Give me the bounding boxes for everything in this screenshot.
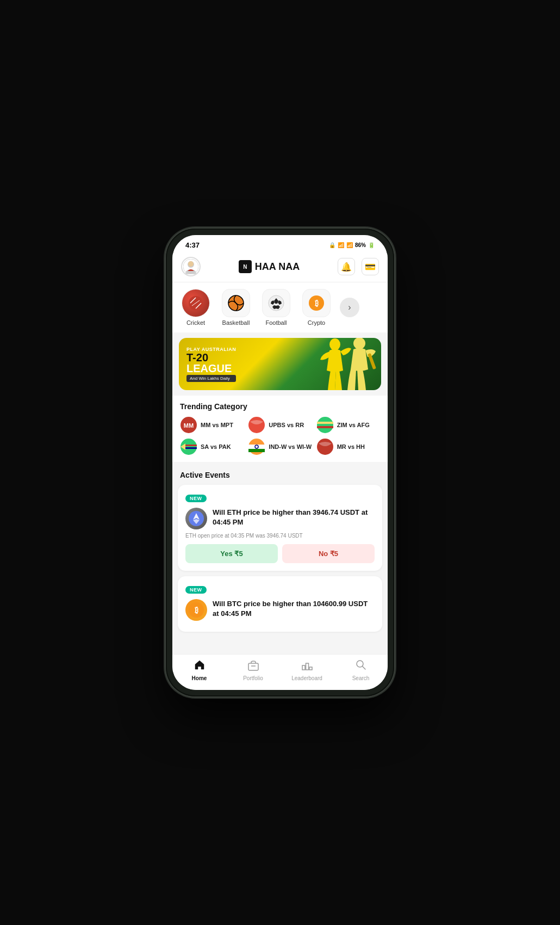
status-bar: 4:37 🔒 📶 📶 86% 🔋 xyxy=(172,235,388,252)
scroll-content[interactable]: Cricket Basketball xyxy=(172,282,388,654)
svg-point-20 xyxy=(248,417,265,433)
battery-text: 86% xyxy=(355,242,366,248)
football-label: Football xyxy=(265,319,287,326)
active-events-section: Active Events NEW Will ETH price be high… xyxy=(172,462,388,636)
app-logo: N HAA NAA xyxy=(239,260,300,273)
svg-rect-22 xyxy=(317,422,333,424)
svg-point-15 xyxy=(329,338,340,350)
battery-icon: 🔋 xyxy=(368,242,375,248)
home-icon xyxy=(194,659,206,674)
leaderboard-label: Leaderboard xyxy=(291,675,322,681)
category-basketball[interactable]: Basketball xyxy=(217,289,255,326)
category-football[interactable]: Football xyxy=(257,289,295,326)
avatar[interactable] xyxy=(181,257,201,276)
svg-rect-37 xyxy=(248,663,258,670)
svg-rect-29 xyxy=(248,449,265,452)
bell-icon: 🔔 xyxy=(341,262,352,272)
eth-no-button[interactable]: No ₹5 xyxy=(282,544,375,563)
tab-portfolio[interactable]: Portfolio xyxy=(237,659,270,681)
signal-icon: 📶 xyxy=(346,242,353,248)
basketball-icon xyxy=(222,289,250,317)
eth-question: Will ETH price be higher than 3946.74 US… xyxy=(213,508,375,527)
home-label: Home xyxy=(192,675,207,681)
promo-banner[interactable]: PLAY AUSTRALIAN T-20 LEAGUE And Win Lakh… xyxy=(179,338,381,390)
logo-icon: N xyxy=(239,260,252,273)
banner-illustration xyxy=(305,338,381,390)
banner-subtitle: And Win Lakhs Daily xyxy=(186,375,236,382)
trend-flag-mr xyxy=(316,438,334,455)
trend-label-sa: SA vs PAK xyxy=(201,443,231,450)
basketball-label: Basketball xyxy=(222,319,250,326)
trend-flag-zim xyxy=(316,416,334,434)
trend-flag-mm: MM xyxy=(180,416,197,434)
trend-flag-upbs xyxy=(248,416,265,434)
svg-rect-40 xyxy=(306,663,308,670)
tab-home[interactable]: Home xyxy=(183,659,216,681)
cricket-label: Cricket xyxy=(186,319,205,326)
event-card-eth[interactable]: NEW Will ETH price be higher than 3946.7… xyxy=(178,485,382,571)
trend-ind-w-vs-wi-w[interactable]: IND-W vs WI-W xyxy=(248,438,312,455)
svg-point-31 xyxy=(317,439,333,455)
search-icon xyxy=(355,659,367,674)
trend-upbs-vs-rr[interactable]: UPBS vs RR xyxy=(248,416,312,434)
svg-rect-23 xyxy=(317,426,333,428)
svg-point-21 xyxy=(317,417,333,433)
eth-yes-button[interactable]: Yes ₹5 xyxy=(185,544,278,563)
phone-mockup: 4:37 🔒 📶 📶 86% 🔋 xyxy=(166,229,394,696)
trend-label-mm: MM vs MPT xyxy=(201,422,233,428)
trend-label-upbs: UPBS vs RR xyxy=(269,422,304,428)
active-events-title: Active Events xyxy=(172,466,388,485)
logo-text: HAA NAA xyxy=(255,261,300,273)
banner-text: PLAY AUSTRALIAN T-20 LEAGUE And Win Lakh… xyxy=(186,338,236,390)
category-crypto[interactable]: ₿ Crypto xyxy=(297,289,335,326)
trend-label-ind: IND-W vs WI-W xyxy=(269,443,312,450)
trend-sa-vs-pak[interactable]: SA vs PAK xyxy=(180,438,244,455)
trend-zim-vs-afg[interactable]: ZIM vs AFG xyxy=(316,416,380,434)
wallet-button[interactable]: 💳 xyxy=(362,258,379,275)
svg-text:₿: ₿ xyxy=(195,606,198,614)
svg-rect-26 xyxy=(185,447,197,449)
svg-point-3 xyxy=(188,261,194,267)
svg-rect-25 xyxy=(185,445,197,446)
trend-flag-ind xyxy=(248,438,265,455)
eth-coin-icon xyxy=(185,508,207,529)
crypto-icon: ₿ xyxy=(302,289,331,317)
eth-sub-text: ETH open price at 04:35 PM was 3946.74 U… xyxy=(185,533,375,539)
nav-actions: 🔔 💳 xyxy=(338,258,379,275)
svg-rect-41 xyxy=(309,667,312,670)
trend-mm-vs-mpt[interactable]: MM MM vs MPT xyxy=(180,416,244,434)
tab-leaderboard[interactable]: Leaderboard xyxy=(291,659,323,681)
trending-section: Trending Category MM MM vs MPT UPBS vs R… xyxy=(172,396,388,462)
trend-label-zim: ZIM vs AFG xyxy=(337,422,370,428)
portfolio-label: Portfolio xyxy=(243,675,263,681)
new-badge-btc: NEW xyxy=(185,586,207,594)
wallet-icon: 💳 xyxy=(365,262,376,272)
trending-grid: MM MM vs MPT UPBS vs RR xyxy=(180,416,380,455)
svg-rect-39 xyxy=(302,665,305,670)
trend-mr-vs-hh[interactable]: MR vs HH xyxy=(316,438,380,455)
new-badge-eth: NEW xyxy=(185,495,207,502)
category-cricket[interactable]: Cricket xyxy=(177,289,215,326)
more-categories-button[interactable]: › xyxy=(340,298,359,317)
eth-event-buttons: Yes ₹5 No ₹5 xyxy=(185,544,375,563)
crypto-label: Crypto xyxy=(308,319,325,326)
event-card-btc[interactable]: NEW ₿ Will BTC price be higher than 1046… xyxy=(178,576,382,632)
btc-coin-icon: ₿ xyxy=(185,599,207,621)
football-icon xyxy=(262,289,290,317)
trend-label-mr: MR vs HH xyxy=(337,443,365,450)
bottom-nav: Home Portfolio xyxy=(172,654,388,690)
categories-row: Cricket Basketball xyxy=(172,282,388,332)
top-nav: N HAA NAA 🔔 💳 xyxy=(172,252,388,282)
leaderboard-icon xyxy=(301,659,313,674)
svg-text:MM: MM xyxy=(184,422,194,429)
wifi-icon: 📶 xyxy=(338,242,344,248)
phone-screen: 4:37 🔒 📶 📶 86% 🔋 xyxy=(172,235,388,690)
lock-icon: 🔒 xyxy=(329,242,335,248)
cricket-icon xyxy=(182,289,210,317)
search-label: Search xyxy=(352,675,370,681)
status-icons: 🔒 📶 📶 86% 🔋 xyxy=(329,242,375,248)
tab-search[interactable]: Search xyxy=(345,659,377,681)
svg-line-43 xyxy=(362,667,365,670)
trend-flag-sa xyxy=(180,438,197,455)
notification-button[interactable]: 🔔 xyxy=(338,258,355,275)
